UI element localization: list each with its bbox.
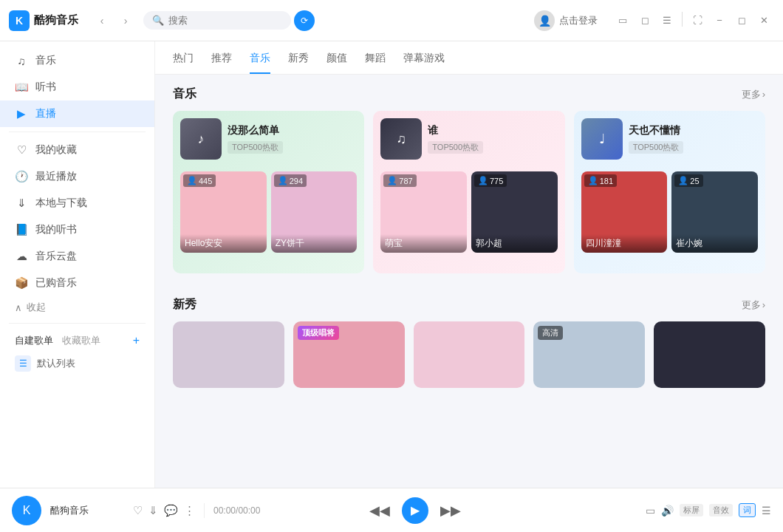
hd-badge-4: 高清 — [538, 326, 563, 340]
purchased-icon: 📦 — [15, 276, 28, 290]
sidebar-item-cloud[interactable]: ☁ 音乐云盘 — [0, 243, 154, 270]
user-avatar-icon: 👤 — [534, 10, 555, 31]
player-album-art: K — [12, 496, 41, 525]
section-label-collected[interactable]: 收藏歌单 — [62, 334, 100, 347]
sidebar-label-purchased: 已购音乐 — [35, 276, 77, 290]
nav-forward-button[interactable]: › — [117, 12, 134, 30]
mybook-icon: 📘 — [15, 223, 28, 236]
tab-hot[interactable]: 热门 — [173, 52, 194, 74]
recent-icon: 🕐 — [15, 170, 28, 183]
player-more-button[interactable]: ⋮ — [184, 504, 195, 517]
streamer-card-3-2[interactable]: 👤 25 崔小婉 — [671, 171, 758, 253]
section-label-created[interactable]: 自建歌单 — [15, 334, 53, 347]
song-info-1: ♪ 没那么简单 TOP500热歌 — [173, 111, 364, 166]
chevron-right-icon: › — [762, 89, 765, 100]
streamer-card-1-1[interactable]: 👤 445 Hello安安 — [180, 171, 267, 253]
player-tag-standard[interactable]: 标屏 — [680, 504, 703, 516]
sidebar-label-favorites: 我的收藏 — [35, 143, 77, 157]
sidebar-item-recent[interactable]: 🕐 最近播放 — [0, 163, 154, 190]
maximize-button[interactable]: ◻ — [731, 12, 752, 30]
tabs-bar: 热门 推荐 音乐 新秀 颜值 舞蹈 弹幕游戏 — [155, 41, 783, 75]
streamer-card-2-1[interactable]: 👤 787 萌宝 — [380, 171, 467, 253]
window-controls: ▭ ◻ ☰ ⛶ − ◻ ✕ — [612, 12, 774, 30]
tab-recommend[interactable]: 推荐 — [211, 52, 232, 74]
collapse-button[interactable]: ∧ 收起 — [0, 296, 154, 318]
player-controls: ◀◀ ▶ ▶▶ — [369, 497, 461, 524]
newbie-more-link[interactable]: 更多 › — [742, 299, 765, 312]
sidebar-label-recent: 最近播放 — [35, 170, 77, 183]
streamer-name-3-1: 四川潼潼 — [581, 234, 668, 253]
player-comment-button[interactable]: 💬 — [164, 504, 178, 517]
streamer-img-2-2: 👤 775 郭小超 — [471, 171, 558, 253]
live-icon: ▶ — [15, 107, 28, 120]
player-like-button[interactable]: ♡ — [133, 504, 143, 517]
newbie-card-5[interactable] — [654, 321, 765, 388]
newbie-card-1[interactable] — [173, 321, 284, 388]
player-bar: K 酷狗音乐 ♡ ⇓ 💬 ⋮ 00:00/00:00 ◀◀ ▶ ▶▶ ▭ 🔊 标… — [0, 488, 783, 532]
player-tag-lyrics[interactable]: 词 — [739, 503, 756, 517]
close-button[interactable]: ✕ — [753, 12, 774, 30]
playlist-item-default[interactable]: ☰ 默认列表 — [0, 350, 154, 377]
streamer-card-1-2[interactable]: 👤 294 ZY饼干 — [271, 171, 358, 253]
search-input[interactable] — [168, 15, 272, 26]
playlist-section-header: 自建歌单 收藏歌单 + — [0, 328, 154, 350]
newbie-section-header: 新秀 更多 › — [173, 297, 765, 313]
sidebar-item-music[interactable]: ♫ 音乐 — [0, 47, 154, 74]
streamer-img-3-2: 👤 25 崔小婉 — [671, 171, 758, 253]
newbie-card-3[interactable] — [414, 321, 525, 388]
song-info-3: ♩ 天也不懂情 TOP500热歌 — [574, 111, 765, 166]
minimize-button[interactable]: − — [709, 12, 730, 30]
tab-newcomer[interactable]: 新秀 — [288, 52, 309, 74]
sidebar-item-favorites[interactable]: ♡ 我的收藏 — [0, 137, 154, 163]
player-right-controls: ▭ 🔊 标屏 音效 词 ☰ — [646, 503, 771, 517]
newbie-card-4[interactable]: 高清 — [533, 321, 645, 388]
logo-icon: K — [9, 10, 30, 31]
sidebar-item-mybook[interactable]: 📘 我的听书 — [0, 216, 154, 243]
streamer-img-2-1: 👤 787 萌宝 — [380, 171, 467, 253]
sidebar-item-live[interactable]: ▶ 直播 — [0, 100, 154, 127]
tab-music[interactable]: 音乐 — [250, 52, 270, 74]
play-pause-button[interactable]: ▶ — [402, 497, 428, 524]
search-submit-button[interactable]: ⟳ — [294, 10, 315, 31]
player-volume-button[interactable]: 🔊 — [661, 505, 674, 516]
music-more-link[interactable]: 更多 › — [742, 88, 765, 101]
streamer-card-2-2[interactable]: 👤 775 郭小超 — [471, 171, 558, 253]
local-icon: ⇓ — [15, 197, 28, 210]
miniplayer-button[interactable]: ◻ — [635, 12, 655, 30]
player-song-name: 酷狗音乐 — [50, 504, 124, 517]
user-icon: 👤 — [478, 176, 488, 185]
music-section: 音乐 更多 › ♪ 没那么简单 TOP500热歌 — [155, 75, 783, 285]
music-card-3: ♩ 天也不懂情 TOP500热歌 👤 1 — [574, 111, 765, 273]
song-info-2: ♫ 谁 TOP500热歌 — [373, 111, 564, 166]
sidebar-item-local[interactable]: ⇓ 本地与下载 — [0, 190, 154, 216]
song-tag-3: TOP500热歌 — [629, 141, 684, 154]
tab-dance[interactable]: 舞蹈 — [365, 52, 386, 74]
nav-back-button[interactable]: ‹ — [93, 12, 111, 30]
player-tag-effects[interactable]: 音效 — [709, 504, 733, 516]
song-details-3: 天也不懂情 TOP500热歌 — [629, 124, 758, 154]
player-screen-button[interactable]: ▭ — [646, 505, 655, 516]
add-playlist-button[interactable]: + — [133, 334, 140, 347]
song-tag-1: TOP500热歌 — [228, 141, 283, 154]
sidebar-item-purchased[interactable]: 📦 已购音乐 — [0, 270, 154, 296]
favorites-icon: ♡ — [15, 143, 28, 157]
newbie-card-2[interactable]: 顶级唱将 — [293, 321, 405, 388]
menu-button[interactable]: ☰ — [657, 12, 677, 30]
tab-face[interactable]: 颜值 — [326, 52, 347, 74]
sidebar-divider-1 — [9, 132, 146, 132]
sidebar-label-local: 本地与下载 — [35, 197, 87, 210]
nav-arrows: ‹ › — [93, 12, 134, 30]
next-track-button[interactable]: ▶▶ — [440, 502, 461, 519]
tab-danmu[interactable]: 弹幕游戏 — [403, 52, 445, 74]
player-song-info: 酷狗音乐 — [50, 504, 124, 517]
streamer-card-3-1[interactable]: 👤 181 四川潼潼 — [581, 171, 668, 253]
sidebar-item-audiobook[interactable]: 📖 听书 — [0, 74, 154, 100]
prev-track-button[interactable]: ◀◀ — [369, 502, 390, 519]
main-layout: ♫ 音乐 📖 听书 ▶ 直播 ♡ 我的收藏 🕐 最近播放 ⇓ 本地与下载 📘 我… — [0, 41, 783, 488]
fullscreen-button[interactable]: ⛶ — [687, 12, 708, 30]
player-playlist-button[interactable]: ☰ — [762, 505, 771, 516]
user-area[interactable]: 👤 点击登录 — [534, 10, 598, 31]
miniscreen-button[interactable]: ▭ — [612, 12, 633, 30]
player-download-button[interactable]: ⇓ — [148, 504, 158, 517]
newbie-section-title: 新秀 — [173, 297, 196, 313]
